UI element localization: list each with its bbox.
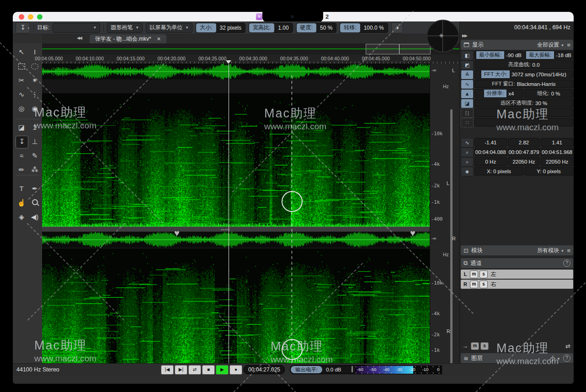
move-tool[interactable]: ↖ bbox=[16, 46, 27, 58]
hand-tool[interactable]: ☝ bbox=[16, 197, 27, 209]
spectrogram-right[interactable] bbox=[42, 249, 430, 374]
go-start-button[interactable]: |◀ bbox=[161, 365, 174, 375]
display-preset-dropdown[interactable]: 全部设置 ▼ bbox=[537, 41, 564, 49]
heal-tool[interactable]: ≈ bbox=[16, 150, 27, 162]
loop-button[interactable]: ⇄ bbox=[188, 365, 201, 375]
display-cell[interactable]: 最小振幅:-90 dB bbox=[474, 51, 523, 59]
pixels-value[interactable]: X: 0 pixels bbox=[474, 167, 523, 175]
stop-button[interactable]: ■ bbox=[202, 365, 215, 375]
frequency-value[interactable]: 22050 Hz bbox=[508, 157, 540, 166]
display-row-icon[interactable]: ∿ bbox=[461, 79, 474, 89]
layers-size-dropdown[interactable]: 小 ▼ bbox=[550, 355, 560, 362]
display-row-icon[interactable]: ◩ bbox=[461, 60, 474, 70]
view-range-handle[interactable] bbox=[399, 44, 400, 54]
display-cell[interactable]: 细化:0 % bbox=[524, 89, 573, 98]
spectrogram-left[interactable] bbox=[42, 93, 430, 227]
channels-section-header[interactable]: ⧉ 通道 ? bbox=[461, 258, 573, 268]
help-icon[interactable]: ? bbox=[563, 355, 570, 362]
display-cell[interactable]: FFT 大小:3072 smp (70ms/14Hz) bbox=[474, 70, 573, 79]
time-value[interactable]: 00:04:04.088 bbox=[474, 148, 507, 156]
channel-row-R[interactable]: Rms右 bbox=[461, 280, 573, 289]
zoom-window-button[interactable] bbox=[37, 14, 43, 20]
expand-panel-icon[interactable]: ▶▶ bbox=[462, 33, 467, 38]
master-solo-button[interactable]: s bbox=[480, 342, 489, 350]
minimize-window-button[interactable] bbox=[28, 14, 33, 20]
heart-grip-icon[interactable]: ♥ bbox=[410, 228, 416, 238]
display-row-icon[interactable]: ◪ bbox=[461, 99, 474, 108]
lasso-select-tool[interactable] bbox=[29, 60, 41, 72]
cube-3d-tool[interactable]: ◈ bbox=[16, 211, 27, 223]
display-cell[interactable]: 分辨率:x4 bbox=[474, 89, 523, 98]
play-button[interactable]: ▶ bbox=[216, 365, 229, 375]
amplitude-value[interactable]: 1.41 bbox=[541, 138, 573, 147]
help-icon[interactable]: ? bbox=[563, 260, 570, 267]
close-window-button[interactable] bbox=[19, 14, 24, 20]
navigation-ball[interactable]: ◈ bbox=[426, 20, 459, 53]
contrast-button[interactable]: ◑ bbox=[391, 22, 403, 33]
marker-tool[interactable]: ✎ bbox=[29, 150, 41, 162]
time-value[interactable]: 00:00:47.879 bbox=[508, 148, 540, 156]
view-range-box[interactable] bbox=[366, 44, 431, 54]
channel-row-L[interactable]: Lms左 bbox=[461, 270, 573, 279]
mute-button[interactable]: m bbox=[470, 281, 478, 288]
display-row-icon[interactable]: ◧ bbox=[461, 51, 474, 60]
playback-time-field[interactable]: 00:04:27.025 bbox=[244, 365, 285, 374]
magic-wand-tool[interactable]: ✶ bbox=[29, 74, 41, 86]
pen-tool[interactable]: ✏ bbox=[16, 164, 27, 176]
spray-tool[interactable]: ⁂ bbox=[29, 164, 41, 176]
display-cell[interactable]: 最大振幅:-18 dB bbox=[524, 51, 573, 59]
text-tool[interactable]: T bbox=[16, 183, 27, 195]
display-cell[interactable]: 亮度曲线:0.0 bbox=[474, 60, 573, 69]
display-cell[interactable] bbox=[474, 108, 573, 117]
display-row-icon[interactable]: ▲ bbox=[461, 89, 474, 99]
modules-preset-dropdown[interactable]: 所有模块 ▼ bbox=[537, 247, 564, 254]
go-end-button[interactable]: ▶| bbox=[175, 365, 187, 375]
pixels-value[interactable]: Y: 0 pixels bbox=[524, 167, 573, 175]
solo-button[interactable]: s bbox=[479, 281, 488, 288]
brush-shape-dropdown[interactable]: 圆形画笔▼ bbox=[107, 23, 143, 33]
display-row-icon[interactable]: ⌈⌋ bbox=[461, 108, 474, 118]
target-dropdown[interactable]: ▼ bbox=[53, 23, 100, 33]
zoom-tool[interactable] bbox=[29, 197, 41, 209]
editor-canvas-area[interactable]: 00:04:05.00000:04:10.00000:04:15.00000:0… bbox=[42, 43, 459, 374]
mute-button[interactable]: m bbox=[470, 270, 478, 278]
waveform-right[interactable] bbox=[42, 232, 430, 248]
amplify-tool[interactable]: ↥ bbox=[29, 122, 41, 133]
spot-select-tool[interactable]: ◎ bbox=[16, 103, 27, 115]
overview-strip[interactable] bbox=[42, 43, 459, 55]
eyedropper-tool[interactable]: ✒ bbox=[29, 183, 41, 195]
solo-button[interactable]: s bbox=[479, 270, 488, 278]
ratio-field[interactable]: 宽高比:1.00 bbox=[249, 23, 293, 33]
collapse-tabs-icon[interactable]: ◀◀ bbox=[77, 36, 81, 40]
document-tab[interactable]: 张学友 - 吻...唱会.mkv* ✕ bbox=[90, 34, 166, 43]
brush-units-dropdown[interactable]: 以屏幕为单位▼ bbox=[146, 23, 192, 33]
heart-grip-icon[interactable]: ♥ bbox=[174, 228, 180, 238]
curve-select-tool[interactable]: ∿ bbox=[16, 89, 27, 101]
line-select-tool[interactable]: ⋮ bbox=[29, 89, 41, 101]
stamp-tool[interactable]: ⊥ bbox=[29, 136, 41, 148]
scalpel-tool[interactable]: ✂ bbox=[16, 74, 27, 86]
display-cell[interactable] bbox=[474, 118, 573, 127]
transfer-field[interactable]: 转移:100.0 % bbox=[340, 23, 388, 33]
display-cell[interactable]: FFT 窗口:Blackman-Harris bbox=[474, 79, 573, 88]
menu-icon[interactable]: ≡ bbox=[567, 247, 570, 254]
time-value[interactable]: 00:04:51.968 bbox=[541, 148, 573, 156]
layers-section-header[interactable]: ≋ 图层 小 ▼ ? bbox=[461, 353, 573, 363]
display-section-header[interactable]: 🗖 显示 全部设置 ▼ ≡ bbox=[461, 40, 573, 50]
display-row-icon[interactable]: ∷ bbox=[461, 118, 474, 127]
frequency-value[interactable]: 0 Hz bbox=[474, 157, 507, 166]
shuffle-icon[interactable]: ⇄ bbox=[563, 343, 573, 350]
size-field[interactable]: 大小:32 pixels bbox=[196, 23, 245, 33]
blob-select-tool[interactable]: ◉ bbox=[29, 103, 41, 115]
time-ruler[interactable]: 00:04:05.00000:04:10.00000:04:15.00000:0… bbox=[42, 54, 459, 64]
vertical-scrollbar[interactable] bbox=[450, 109, 453, 365]
amplitude-value[interactable]: -1.41 bbox=[474, 138, 507, 147]
record-button[interactable]: ● bbox=[229, 365, 242, 375]
display-cell[interactable]: 选区不透明度:30 % bbox=[474, 99, 573, 107]
rect-select-tool[interactable] bbox=[16, 60, 27, 72]
eraser-tool[interactable]: ◪ bbox=[16, 122, 27, 133]
menu-icon[interactable]: ≡ bbox=[567, 42, 570, 48]
meter-grip[interactable] bbox=[352, 366, 353, 372]
frequency-value[interactable]: 22050 Hz bbox=[541, 157, 573, 166]
playhead-marker[interactable] bbox=[226, 60, 231, 64]
